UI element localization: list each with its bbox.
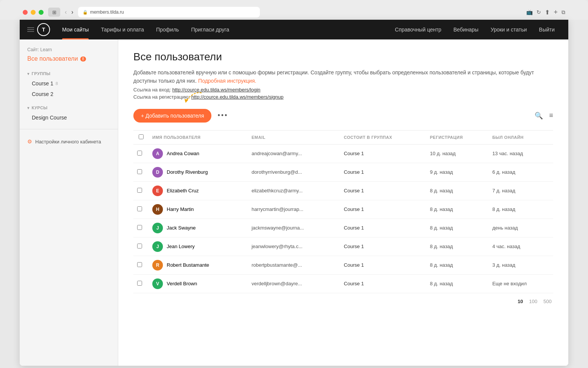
row-name: A Andrea Cowan [149,144,248,163]
avatar: V [152,278,163,289]
row-name: R Robert Bustamante [149,256,248,274]
row-groups: Course 1 [340,237,426,256]
row-email: robertpbustamante@... [248,256,340,274]
row-online: 6 д. назад [488,163,553,181]
nav-logout[interactable]: Выйти [533,20,561,39]
row-email: dorothyrrivenburg@d... [248,163,340,181]
row-checkbox[interactable] [133,163,149,181]
row-name: H Harry Martin [149,200,248,219]
row-groups: Course 1 [340,274,426,293]
logo-circle[interactable]: T [37,23,50,36]
sidebar-settings[interactable]: ⚙ Настройки личного кабинета [20,135,118,148]
row-select-checkbox[interactable] [137,169,142,174]
course1-badge: 8 [56,81,58,86]
row-checkbox[interactable] [133,200,149,219]
add-user-button[interactable]: + Добавить пользователя [133,109,211,123]
sidebar: Сайт: Learn Все пользователи 8 ▾ ГРУППЫ … [20,39,118,366]
row-email: andreajcowan@army... [248,144,340,163]
avatar: A [152,148,163,159]
nav-webinars[interactable]: Вебинары [447,20,485,39]
row-registered: 9 д. назад [426,163,489,181]
row-checkbox[interactable] [133,219,149,237]
url-text: members.tilda.ru [90,9,124,15]
chevron-down-icon-2: ▾ [27,106,30,110]
pagination: 10 100 500 [133,293,553,310]
row-checkbox[interactable] [133,144,149,163]
row-select-checkbox[interactable] [137,225,142,230]
row-checkbox[interactable] [133,256,149,274]
login-link[interactable]: http://cource.edu.tilda.ws/members/login [172,87,261,93]
filter-button[interactable]: ≡ [549,112,553,120]
page-size-10[interactable]: 10 [516,298,524,305]
forward-btn[interactable]: › [71,9,73,16]
maximize-light[interactable] [39,10,44,15]
logo-area: T [27,23,50,36]
row-select-checkbox[interactable] [137,281,142,286]
search-button[interactable]: 🔍 [535,112,543,120]
cast-btn[interactable]: 📺 [526,9,533,15]
sidebar-item-course1[interactable]: Course 1 8 [20,78,118,89]
window-mode-btn[interactable]: ⊞ [48,8,60,17]
avatar: E [152,186,163,196]
table-row: V Verdell Brown verdelljbrown@dayre... C… [133,274,553,293]
sidebar-item-design-course[interactable]: Design Course [20,112,118,123]
row-select-checkbox[interactable] [137,262,142,267]
close-light[interactable] [23,10,28,15]
signup-link[interactable]: http://cource.edu.tilda.ws/members/signu… [191,94,284,100]
avatar: J [152,241,163,252]
row-groups: Course 1 [340,256,426,274]
sidebar-item-course2[interactable]: Course 2 [20,89,118,99]
users-table: ИМЯ ПОЛЬЗОВАТЕЛЯ EMAIL СОСТОИТ В ГРУППАХ… [133,130,553,293]
nav-links: Мои сайты Тарифы и оплата Профиль Пригла… [56,20,235,39]
row-online: Еще не входил [488,274,553,293]
row-name: D Dorothy Rivenburg [149,163,248,181]
nav-pricing[interactable]: Тарифы и оплата [95,20,150,39]
chevron-down-icon: ▾ [27,72,30,76]
row-online: 3 д. назад [488,256,553,274]
table-row: A Andrea Cowan andreajcowan@army... Cour… [133,144,553,163]
row-email: jackmswayne@journa... [248,219,340,237]
nav-my-sites[interactable]: Мои сайты [56,20,95,39]
avatar: R [152,260,163,270]
share-btn[interactable]: ⬆ [545,9,550,16]
row-checkbox[interactable] [133,274,149,293]
more-options-button[interactable]: ••• [217,112,228,120]
refresh-btn[interactable]: ↻ [536,9,541,15]
row-checkbox[interactable] [133,237,149,256]
col-name-header: ИМЯ ПОЛЬЗОВАТЕЛЯ [149,130,248,144]
nav-invite[interactable]: Пригласи друга [185,20,235,39]
users-badge: 8 [80,57,86,61]
page-size-500[interactable]: 500 [542,298,553,305]
row-select-checkbox[interactable] [137,206,142,211]
sidebar-site-label: Сайт: Learn [20,47,118,54]
main-layout: Сайт: Learn Все пользователи 8 ▾ ГРУППЫ … [20,39,568,366]
row-groups: Course 1 [340,219,426,237]
nav-articles[interactable]: Уроки и статьи [485,20,533,39]
col-email-header: EMAIL [248,130,340,144]
address-bar[interactable]: 🔒 members.tilda.ru [78,7,260,17]
row-select-checkbox[interactable] [137,244,142,248]
row-email: harrycmartin@jourrap... [248,200,340,219]
new-tab-btn[interactable]: + [554,8,558,16]
tabs-btn[interactable]: ⧉ [561,9,565,16]
row-checkbox[interactable] [133,181,149,200]
row-select-checkbox[interactable] [137,188,142,193]
row-online: 7 д. назад [488,181,553,200]
nav-profile[interactable]: Профиль [150,20,185,39]
select-all-checkbox[interactable] [139,134,144,139]
avatar: H [152,204,163,215]
top-navigation: T Мои сайты Тарифы и оплата Профиль Приг… [20,20,568,39]
back-btn[interactable]: ‹ [65,9,67,16]
instruction-link[interactable]: Подробная инструкция. [198,78,256,84]
nav-help[interactable]: Справочный центр [389,20,447,39]
row-groups: Course 1 [340,200,426,219]
minimize-light[interactable] [31,10,36,15]
row-name: J Jack Swayne [149,219,248,237]
page-size-100[interactable]: 100 [528,298,539,305]
courses-section-header: ▾ КУРСЫ [20,99,118,112]
row-name: J Jean Lowery [149,237,248,256]
table-row: R Robert Bustamante robertpbustamante@..… [133,256,553,274]
row-select-checkbox[interactable] [137,151,142,156]
row-online: 8 д. назад [488,200,553,219]
row-registered: 8 д. назад [426,219,489,237]
